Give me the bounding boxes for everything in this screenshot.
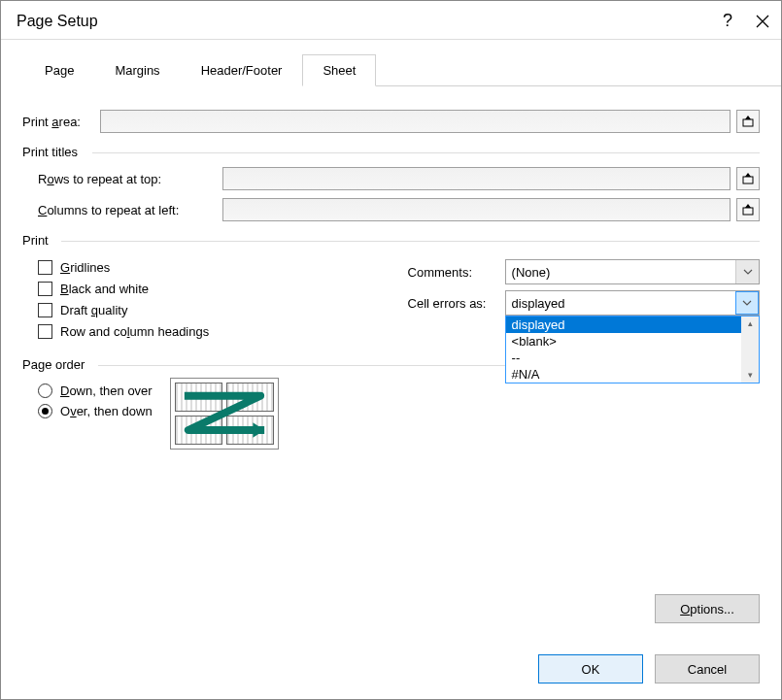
dropdown-scrollbar[interactable]: ▴▾ bbox=[741, 317, 759, 383]
option-blank[interactable]: <blank> bbox=[506, 333, 741, 350]
print-legend: Print bbox=[22, 233, 56, 248]
options-button[interactable]: Options... bbox=[655, 594, 760, 623]
cell-errors-select[interactable]: displayed displayed <blank> -- #N/A ▴▾ bbox=[505, 290, 760, 316]
tab-margins[interactable]: Margins bbox=[94, 54, 180, 86]
svg-rect-3 bbox=[743, 177, 753, 183]
svg-rect-2 bbox=[743, 119, 753, 126]
page-order-legend: Page order bbox=[22, 357, 92, 372]
help-icon[interactable]: ? bbox=[723, 11, 732, 31]
option-displayed[interactable]: displayed bbox=[506, 317, 741, 333]
option-dashes[interactable]: -- bbox=[506, 350, 741, 366]
svg-rect-4 bbox=[743, 208, 753, 215]
headings-label: Row and column headings bbox=[60, 324, 209, 339]
black-white-label: Black and white bbox=[60, 282, 149, 296]
cell-errors-value: displayed bbox=[512, 296, 565, 311]
black-white-checkbox[interactable] bbox=[38, 282, 52, 296]
cols-repeat-range-icon[interactable] bbox=[736, 198, 760, 221]
title-bar: Page Setup ? bbox=[1, 1, 781, 40]
print-area-range-icon[interactable] bbox=[736, 110, 760, 133]
headings-checkbox[interactable] bbox=[38, 324, 52, 339]
over-then-down-label: Over, then down bbox=[60, 404, 153, 418]
tab-sheet[interactable]: Sheet bbox=[302, 54, 376, 86]
comments-label: Comments: bbox=[408, 265, 505, 280]
cell-errors-dropdown: displayed <blank> -- #N/A ▴▾ bbox=[505, 316, 760, 383]
down-then-over-label: Down, then over bbox=[60, 383, 153, 398]
rows-repeat-input[interactable] bbox=[222, 167, 731, 190]
tab-strip: Page Margins Header/Footer Sheet bbox=[24, 53, 781, 86]
rows-repeat-range-icon[interactable] bbox=[736, 167, 760, 190]
cols-repeat-label: Columns to repeat at left: bbox=[38, 203, 222, 217]
cancel-button[interactable]: Cancel bbox=[655, 654, 760, 683]
tab-header-footer[interactable]: Header/Footer bbox=[181, 54, 303, 86]
chevron-down-icon bbox=[735, 291, 759, 315]
rows-repeat-label: Rows to repeat at top: bbox=[38, 172, 222, 186]
print-area-label: Print area: bbox=[22, 115, 100, 129]
gridlines-checkbox[interactable] bbox=[38, 260, 52, 275]
option-na[interactable]: #N/A bbox=[506, 366, 741, 383]
page-order-preview bbox=[170, 378, 279, 450]
tab-page[interactable]: Page bbox=[24, 54, 94, 86]
gridlines-label: Gridlines bbox=[60, 260, 110, 275]
draft-quality-label: Draft quality bbox=[60, 303, 127, 317]
errors-label: Cell errors as: bbox=[408, 296, 505, 311]
dialog-title: Page Setup bbox=[17, 13, 98, 30]
print-area-input[interactable] bbox=[100, 110, 731, 133]
close-icon[interactable] bbox=[756, 15, 769, 28]
down-then-over-radio[interactable] bbox=[38, 383, 52, 398]
comments-value: (None) bbox=[512, 265, 551, 280]
cols-repeat-input[interactable] bbox=[222, 198, 731, 221]
comments-select[interactable]: (None) bbox=[505, 259, 760, 284]
sheet-panel: Print area: Print titles Rows to repeat … bbox=[1, 86, 781, 450]
chevron-down-icon bbox=[735, 260, 759, 283]
draft-quality-checkbox[interactable] bbox=[38, 303, 52, 317]
print-titles-legend: Print titles bbox=[22, 145, 85, 159]
ok-button[interactable]: OK bbox=[538, 654, 643, 683]
over-then-down-radio[interactable] bbox=[38, 404, 52, 418]
